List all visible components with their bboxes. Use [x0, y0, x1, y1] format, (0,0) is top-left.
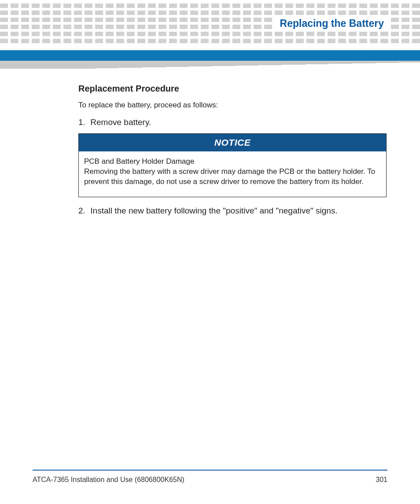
header-pattern-row [0, 4, 420, 8]
footer-doc-id: ATCA-7365 Installation and Use (6806800K… [33, 476, 184, 484]
notice-text: Removing the battery with a screw driver… [84, 167, 381, 187]
header-pattern-row [0, 39, 420, 43]
notice-box: NOTICE PCB and Battery Holder Damage Rem… [78, 133, 387, 197]
header-pattern-row [0, 32, 420, 36]
step-number: 2. [78, 206, 88, 216]
step-text: Remove battery. [90, 118, 151, 127]
notice-body: PCB and Battery Holder Damage Removing t… [79, 151, 386, 197]
page: Replacing the Battery Replacement Proced… [0, 0, 420, 504]
section-heading: Replacement Procedure [78, 84, 387, 94]
footer-rule [33, 470, 387, 471]
footer: ATCA-7365 Installation and Use (6806800K… [33, 476, 387, 484]
step-text: Install the new battery following the "p… [90, 206, 337, 215]
chapter-title: Replacing the Battery [280, 18, 384, 29]
chapter-title-wrap: Replacing the Battery [275, 18, 388, 29]
content-area: Replacement Procedure To replace the bat… [78, 84, 387, 222]
lead-text: To replace the battery, proceed as follo… [78, 101, 387, 110]
notice-title: PCB and Battery Holder Damage [84, 157, 381, 167]
footer-page-number: 301 [376, 476, 387, 484]
header-pattern-row [0, 11, 420, 15]
notice-label: NOTICE [79, 134, 386, 151]
header-blue-bar [0, 50, 420, 61]
step-1: 1. Remove battery. [78, 118, 387, 127]
step-2: 2. Install the new battery following the… [78, 206, 387, 216]
header-grey-wedge [0, 61, 420, 69]
step-number: 1. [78, 118, 88, 127]
